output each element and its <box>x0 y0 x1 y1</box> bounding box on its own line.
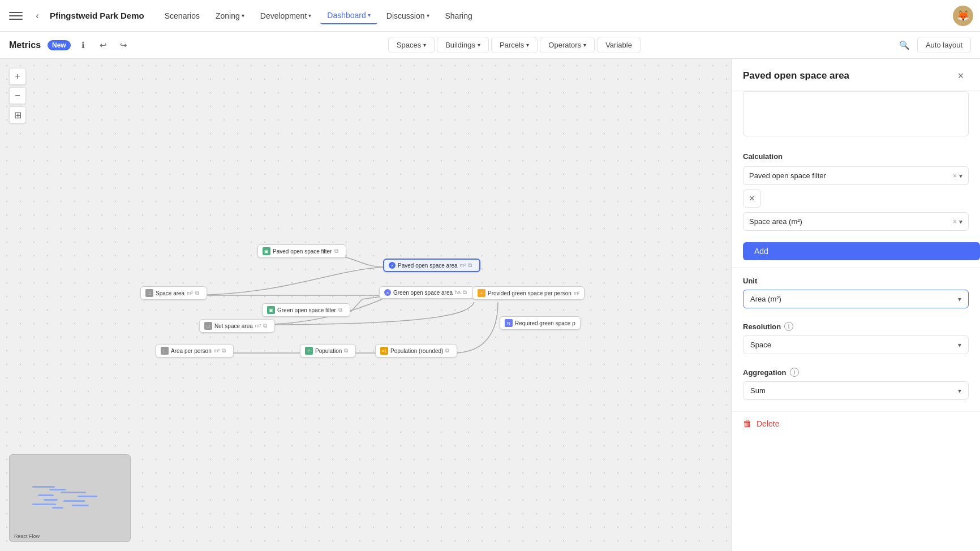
green-filter-icon: ▣ <box>267 306 275 314</box>
calc-row-2: Space area (m²) × ▾ <box>743 212 969 231</box>
nav-scenarios[interactable]: Scenarios <box>158 7 207 24</box>
project-title: Pfingstweid Park Demo <box>50 11 144 20</box>
nav-dashboard[interactable]: Dashboard ▾ <box>320 7 377 24</box>
nav-sharing[interactable]: Sharing <box>439 7 479 24</box>
secondary-toolbar: Metrics New ℹ ↩ ↪ Spaces ▾ Buildings ▾ P… <box>0 32 980 59</box>
parcels-button[interactable]: Parcels ▾ <box>491 37 538 53</box>
add-button[interactable]: Add <box>743 242 980 260</box>
clear-calc1-button[interactable]: × <box>953 172 957 180</box>
development-arrow: ▾ <box>308 12 311 19</box>
round-icon: ×1 <box>380 347 388 355</box>
unit-section: Unit Area (m²) ▾ <box>732 270 980 315</box>
resolution-select[interactable]: Space ▾ <box>743 335 969 354</box>
add-icon: + <box>478 289 485 297</box>
back-button[interactable]: ‹ <box>29 8 45 24</box>
nav-zoning[interactable]: Zoning ▾ <box>209 7 251 24</box>
variable-button[interactable]: Variable <box>597 37 641 53</box>
aggregation-section: Aggregation i Sum ▾ <box>732 361 980 407</box>
zoning-arrow: ▾ <box>242 12 244 19</box>
aggregation-select[interactable]: Sum ▾ <box>743 381 969 400</box>
node-area-per-person[interactable]: □ Area per person m² ⧉ <box>156 344 234 358</box>
zoom-in-button[interactable]: + <box>9 68 26 85</box>
delete-icon: 🗑 <box>743 419 752 429</box>
node-toolbar: Spaces ▾ Buildings ▾ Parcels ▾ Operators… <box>388 37 641 53</box>
hamburger-menu[interactable] <box>7 7 25 25</box>
undo-button[interactable]: ↩ <box>96 37 111 53</box>
node-paved-filter[interactable]: ▣ Paved open space filter ⧉ <box>257 244 346 258</box>
copy-icon-2[interactable]: ⧉ <box>468 262 475 269</box>
calc-row-1: Paved open space filter × ▾ <box>743 166 969 185</box>
copy-icon-6[interactable]: ⧉ <box>263 322 270 329</box>
panel-divider-1 <box>732 267 980 268</box>
copy-icon-5[interactable]: ⧉ <box>463 289 470 296</box>
panel-header: Paved open space area × <box>732 59 980 91</box>
node-space-area[interactable]: □ Space area m² ⧉ <box>140 286 207 300</box>
calc-select-1[interactable]: Paved open space filter × ▾ <box>743 166 969 185</box>
right-panel: Paved open space area × Calculation Pave… <box>731 59 980 551</box>
top-navigation: ‹ Pfingstweid Park Demo Scenarios Zoning… <box>0 0 980 32</box>
zoom-out-button[interactable]: − <box>9 87 26 104</box>
node-required-green[interactable]: N Required green space p <box>500 316 581 330</box>
unit-select[interactable]: Area (m²) ▾ <box>743 290 969 308</box>
node-population[interactable]: P Population ⧉ <box>300 344 356 358</box>
copy-icon-3[interactable]: ⧉ <box>195 290 202 296</box>
mini-map: React Flow <box>9 454 131 542</box>
panel-close-button[interactable]: × <box>953 68 969 84</box>
flow-canvas[interactable]: + − ⊞ ▣ <box>0 59 731 551</box>
buildings-button[interactable]: Buildings ▾ <box>437 37 489 53</box>
filter-icon: ▣ <box>263 247 270 255</box>
copy-icon-8[interactable]: ⧉ <box>344 347 351 354</box>
node-paved-area[interactable]: × Paved open space area m² ⧉ <box>383 259 480 272</box>
node-provided-green[interactable]: + Provided green space per person m² <box>472 286 584 300</box>
spaces-button[interactable]: Spaces ▾ <box>388 37 435 53</box>
mini-map-content <box>10 455 130 541</box>
pop-icon: P <box>305 347 313 355</box>
calc2-chevron: ▾ <box>959 218 962 226</box>
node-pop-rounded[interactable]: ×1 Population (rounded) ⧉ <box>375 344 457 358</box>
node-green-filter[interactable]: ▣ Green open space filter ⧉ <box>262 303 350 317</box>
user-avatar[interactable]: 🦊 <box>953 6 973 26</box>
calc-operator-row: × <box>743 190 969 208</box>
close-node-icon[interactable]: × <box>389 262 396 269</box>
search-button[interactable]: 🔍 <box>897 37 913 53</box>
calc-select-2[interactable]: Space area (m²) × ▾ <box>743 212 969 231</box>
spaces-arrow: ▾ <box>423 42 426 48</box>
operators-button[interactable]: Operators ▾ <box>540 37 595 53</box>
delete-button[interactable]: 🗑 Delete <box>732 411 980 436</box>
nav-items: Scenarios Zoning ▾ Development ▾ Dashboa… <box>158 7 948 24</box>
copy-icon-9[interactable]: ⧉ <box>445 347 452 354</box>
fit-view-button[interactable]: ⊞ <box>9 106 26 123</box>
redo-button[interactable]: ↪ <box>116 37 132 53</box>
nav-discussion[interactable]: Discussion ▾ <box>380 7 436 24</box>
unit-label: Unit <box>743 277 969 285</box>
node-green-area[interactable]: × Green open space area ha ⧉ <box>379 286 475 299</box>
auto-layout-button[interactable]: Auto layout <box>917 37 971 53</box>
close-green-icon[interactable]: × <box>384 289 391 296</box>
copy-icon-7[interactable]: ⧉ <box>222 347 229 354</box>
operator-button[interactable]: × <box>743 190 761 208</box>
node-net-space[interactable]: □ Net space area m² ⧉ <box>199 319 275 333</box>
calc1-chevron: ▾ <box>959 172 962 180</box>
resolution-label: Resolution i <box>743 322 969 331</box>
metrics-label: Metrics <box>9 40 41 50</box>
space-icon: □ <box>145 289 153 297</box>
clear-calc2-button[interactable]: × <box>953 218 957 226</box>
req-icon: N <box>505 319 513 327</box>
calculation-section: Calculation Paved open space filter × ▾ … <box>732 145 980 242</box>
resolution-chevron: ▾ <box>958 341 961 349</box>
dashboard-arrow: ▾ <box>368 12 371 18</box>
new-badge: New <box>48 40 71 50</box>
parcels-arrow: ▾ <box>526 42 529 48</box>
nav-development[interactable]: Development ▾ <box>253 7 319 24</box>
aggregation-label: Aggregation i <box>743 368 969 377</box>
discussion-arrow: ▾ <box>427 12 429 19</box>
resolution-section: Resolution i Space ▾ <box>732 315 980 361</box>
copy-icon-4[interactable]: ⧉ <box>338 307 345 313</box>
net-space-icon: □ <box>204 322 212 330</box>
copy-icon[interactable]: ⧉ <box>334 248 341 255</box>
aggregation-info-icon[interactable]: i <box>790 368 799 377</box>
panel-description-textarea[interactable] <box>743 91 969 136</box>
info-icon[interactable]: ℹ <box>75 37 91 53</box>
operators-arrow: ▾ <box>583 42 586 48</box>
resolution-info-icon[interactable]: i <box>784 322 793 331</box>
